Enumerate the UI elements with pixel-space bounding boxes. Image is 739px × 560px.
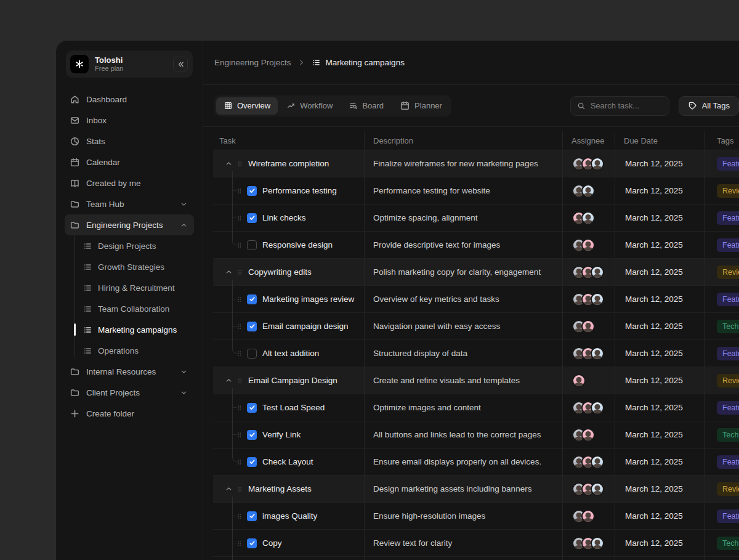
sidebar-item-marketing-campaigns[interactable]: Marketing campaigns xyxy=(65,319,194,340)
task-checkbox[interactable] xyxy=(247,457,257,467)
task-cell[interactable]: Link checks xyxy=(213,205,364,232)
task-cell[interactable]: Test Load Speed xyxy=(213,394,364,421)
task-cell[interactable]: Performance testing xyxy=(213,177,364,205)
tab-planner[interactable]: Planner xyxy=(392,97,450,115)
task-cell[interactable]: images Quality xyxy=(213,503,364,530)
tree-line xyxy=(232,340,237,354)
drag-handle-icon[interactable] xyxy=(236,404,242,412)
sidebar-item-created-by-me[interactable]: Created by me xyxy=(65,172,194,193)
sidebar-item-label: Client Projects xyxy=(86,388,140,397)
assignee-cell xyxy=(562,177,615,205)
task-cell[interactable]: Verify Link xyxy=(213,421,364,448)
task-checkbox[interactable] xyxy=(247,322,257,331)
tree-line xyxy=(232,503,233,530)
breadcrumb-parent[interactable]: Engineering Projects xyxy=(214,58,291,67)
sidebar-item-inbox[interactable]: Inbox xyxy=(65,110,194,131)
sidebar-collapse-button[interactable] xyxy=(173,57,188,71)
avatar xyxy=(581,428,595,442)
task-checkbox[interactable] xyxy=(247,294,257,304)
sidebar-item-create-folder[interactable]: Create folder xyxy=(65,403,194,424)
sidebar-item-team-hub[interactable]: Team Hub xyxy=(65,193,194,214)
task-cell[interactable]: Wireframe completion xyxy=(213,150,364,177)
description-cell: Review text for clarity xyxy=(364,530,562,557)
sidebar-item-client-projects[interactable]: Client Projects xyxy=(65,382,194,403)
avatar xyxy=(581,211,595,225)
tag-pill: Feature xyxy=(717,157,739,171)
drag-handle-icon[interactable] xyxy=(236,431,242,439)
collapse-chevron-icon[interactable] xyxy=(224,268,233,276)
assignee-cell xyxy=(562,205,615,232)
sidebar-item-design-projects[interactable]: Design Projects xyxy=(65,235,194,256)
task-cell[interactable]: Copy xyxy=(213,530,364,557)
sidebar-item-internal-resources[interactable]: Internal Resources xyxy=(65,361,194,382)
task-cell[interactable]: Copywriting edits xyxy=(213,259,364,286)
avatar-group xyxy=(572,238,595,252)
task-cell[interactable]: Email campaign design xyxy=(213,313,364,340)
sidebar-item-calendar[interactable]: Calendar xyxy=(65,152,194,172)
task-checkbox[interactable] xyxy=(247,430,257,440)
tags-cell: Feature xyxy=(704,448,739,476)
sidebar-item-operations[interactable]: Operations xyxy=(65,340,194,361)
sidebar-item-stats[interactable]: Stats xyxy=(65,131,194,152)
tags-cell: Feature xyxy=(704,205,739,232)
drag-handle-icon[interactable] xyxy=(236,187,242,195)
drag-handle-icon[interactable] xyxy=(236,512,242,521)
drag-handle-icon[interactable] xyxy=(237,376,243,385)
due-date-cell: March 12, 2025 xyxy=(615,286,704,313)
task-checkbox[interactable] xyxy=(247,511,257,521)
tab-overview[interactable]: Overview xyxy=(216,97,278,115)
task-checkbox[interactable] xyxy=(247,403,257,413)
tab-workflow[interactable]: Workflow xyxy=(279,97,340,115)
asterisk-icon xyxy=(75,59,84,69)
collapse-chevron-icon[interactable] xyxy=(224,485,233,493)
tag-pill: Feature xyxy=(717,211,739,225)
task-cell[interactable]: Email Campaign Design xyxy=(213,367,364,394)
sidebar-item-growth-strategies[interactable]: Growth Strategies xyxy=(65,256,194,277)
tab-label: Board xyxy=(362,101,384,110)
tab-label: Workflow xyxy=(300,101,333,110)
task-checkbox[interactable] xyxy=(247,186,257,196)
task-cell[interactable]: Check Layout xyxy=(213,448,364,476)
drag-handle-icon[interactable] xyxy=(237,268,243,277)
task-cell[interactable]: Alt text addition xyxy=(213,340,364,367)
task-checkbox[interactable] xyxy=(247,349,257,359)
drag-handle-icon[interactable] xyxy=(236,349,242,358)
drag-handle-icon[interactable] xyxy=(236,295,242,304)
task-checkbox[interactable] xyxy=(247,213,257,223)
tags-cell: Feature xyxy=(704,503,739,530)
sidebar-item-team-collaboration[interactable]: Team Collaboration xyxy=(65,298,194,319)
drag-handle-icon[interactable] xyxy=(236,458,242,466)
breadcrumb: Engineering Projects Marketing campaigns xyxy=(203,41,739,84)
workspace-card[interactable]: Toloshi Free plan xyxy=(66,51,193,78)
tags-cell: Feature xyxy=(704,394,739,421)
collapse-chevron-icon[interactable] xyxy=(224,160,233,168)
avatar xyxy=(581,238,595,252)
task-cell[interactable]: Responsive design xyxy=(213,232,364,259)
tag-pill: Technical xyxy=(717,537,739,550)
task-cell[interactable]: Marketing images review xyxy=(213,286,364,313)
task-cell[interactable]: Marketing Assets xyxy=(213,476,364,503)
sidebar-item-label: Dashboard xyxy=(86,95,127,104)
drag-handle-icon[interactable] xyxy=(236,322,242,331)
task-title: Copy xyxy=(262,538,282,548)
tab-board[interactable]: Board xyxy=(341,97,391,115)
folder-icon xyxy=(70,388,80,398)
collapse-chevron-icon[interactable] xyxy=(224,376,233,384)
sidebar-item-engineering-projects[interactable]: Engineering Projects xyxy=(65,214,194,235)
avatar-group xyxy=(572,509,595,523)
drag-handle-icon[interactable] xyxy=(237,485,243,493)
drag-handle-icon[interactable] xyxy=(236,241,242,250)
sidebar-item-dashboard[interactable]: Dashboard xyxy=(65,89,194,110)
task-checkbox[interactable] xyxy=(247,240,257,250)
assignee-cell xyxy=(562,448,615,476)
task-checkbox[interactable] xyxy=(247,538,257,548)
drag-handle-icon[interactable] xyxy=(236,539,242,548)
desktop-background: Toloshi Free plan DashboardInboxStatsCal… xyxy=(0,0,739,560)
drag-handle-icon[interactable] xyxy=(237,160,243,168)
assignee-cell xyxy=(562,340,615,367)
sidebar-item-hiring-recruitment[interactable]: Hiring & Recruitment xyxy=(65,277,194,298)
all-tags-button[interactable]: All Tags xyxy=(679,96,739,116)
search-input[interactable] xyxy=(591,101,663,110)
tag-pill: Technical xyxy=(717,320,739,333)
drag-handle-icon[interactable] xyxy=(236,214,242,222)
